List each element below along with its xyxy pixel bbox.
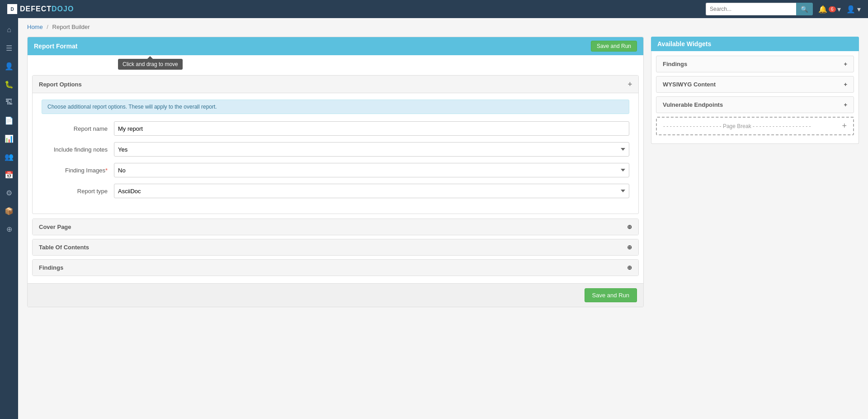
breadcrumb-current: Report Builder: [52, 24, 90, 30]
widget-page-break-add-icon[interactable]: +: [842, 121, 847, 131]
breadcrumb-home[interactable]: Home: [27, 24, 43, 30]
report-name-label: Report name: [42, 125, 114, 132]
sidebar-item-plus[interactable]: ⊕: [1, 221, 17, 237]
report-options-body: Choose additional report options. These …: [33, 93, 638, 214]
brand: D DEFECTDOJO: [7, 4, 74, 14]
finding-images-req: *: [105, 167, 108, 174]
widget-wysiwyg-label: WYSIWYG Content: [663, 81, 716, 88]
navbar: D DEFECTDOJO 🔍 🔔 6 ▾ 👤 ▾: [0, 0, 868, 18]
sidebar: ⌂ ☰ 👤 🐛 🏗 📄 📊 👥 📅 ⚙ 📦 ⊕: [0, 18, 18, 419]
breadcrumb-separator: /: [47, 24, 48, 30]
report-options-section: Report Options + Choose additional repor…: [32, 75, 639, 214]
sidebar-item-settings[interactable]: ⚙: [1, 185, 17, 201]
sidebar-item-list[interactable]: ☰: [1, 40, 17, 56]
widget-endpoints-label: Vulnerable Endpoints: [663, 101, 723, 108]
cover-page-header[interactable]: Cover Page ⊕: [33, 219, 638, 235]
tooltip-drag: Click and drag to move: [118, 59, 183, 70]
notification-badge: 6: [829, 6, 836, 12]
widget-findings-label: Findings: [663, 61, 687, 67]
content-row: Report Format Save and Run Click and dra…: [27, 37, 859, 307]
finding-notes-group: Include finding notes Yes No: [42, 142, 629, 157]
sidebar-item-package[interactable]: 📦: [1, 203, 17, 219]
report-panel-title: Report Format: [34, 43, 77, 50]
save-run-bottom-button[interactable]: Save and Run: [585, 288, 637, 302]
main-content: Home / Report Builder Report Format Save…: [18, 18, 868, 419]
brand-text: DEFECTDOJO: [20, 5, 74, 13]
finding-images-group: Finding Images* No Yes: [42, 163, 629, 177]
report-options-header[interactable]: Report Options +: [33, 76, 638, 93]
sidebar-item-document[interactable]: 📄: [1, 112, 17, 129]
sidebar-item-chart[interactable]: 📊: [1, 130, 17, 147]
sidebar-item-user[interactable]: 👤: [1, 58, 17, 74]
report-type-select[interactable]: AsciiDoc PDF HTML: [114, 184, 629, 198]
notification-button[interactable]: 🔔 6 ▾: [818, 5, 841, 14]
widgets-panel-header: Available Widgets: [651, 37, 859, 51]
widget-page-break-label: - - - - - - - - - - - - - - - - - - Page…: [663, 123, 811, 129]
bottom-bar: Save and Run: [28, 283, 643, 307]
finding-images-label: Finding Images*: [42, 167, 114, 174]
sidebar-item-home[interactable]: ⌂: [1, 22, 17, 38]
report-panel-header: Report Format Save and Run: [28, 37, 643, 55]
search-box: 🔍: [706, 3, 813, 15]
brand-dojo: DOJO: [52, 5, 74, 13]
search-button[interactable]: 🔍: [796, 3, 813, 15]
logo-icon: D: [7, 4, 17, 14]
toc-header[interactable]: Table Of Contents ⊕: [33, 239, 638, 255]
toc-drag-icon[interactable]: ⊕: [627, 244, 632, 251]
finding-notes-select[interactable]: Yes No: [114, 142, 629, 157]
widgets-panel-body: Findings + WYSIWYG Content + Vulnerable …: [651, 51, 859, 144]
widget-endpoints-add-icon[interactable]: +: [844, 101, 847, 108]
widget-findings-add-icon[interactable]: +: [844, 61, 847, 67]
sidebar-item-users[interactable]: 👥: [1, 148, 17, 165]
user-menu-button[interactable]: 👤 ▾: [846, 5, 861, 14]
cover-page-section: Cover Page ⊕: [32, 219, 639, 235]
findings-title: Findings: [39, 264, 63, 271]
findings-header[interactable]: Findings ⊕: [33, 260, 638, 276]
widget-findings[interactable]: Findings +: [656, 56, 854, 72]
breadcrumb: Home / Report Builder: [27, 24, 859, 30]
cover-page-drag-icon[interactable]: ⊕: [627, 224, 632, 230]
report-name-group: Report name: [42, 121, 629, 136]
cover-page-title: Cover Page: [39, 224, 71, 230]
report-type-label: Report type: [42, 188, 114, 195]
widget-endpoints[interactable]: Vulnerable Endpoints +: [656, 96, 854, 113]
report-name-input[interactable]: [114, 121, 629, 136]
sidebar-item-build[interactable]: 🏗: [1, 94, 17, 110]
draggable-sections-container: Cover Page ⊕ Table Of Contents ⊕ Finding…: [32, 219, 639, 276]
toc-title: Table Of Contents: [39, 244, 89, 251]
sidebar-item-bug[interactable]: 🐛: [1, 76, 17, 92]
widget-wysiwyg-add-icon[interactable]: +: [844, 81, 847, 88]
info-banner: Choose additional report options. These …: [42, 100, 629, 114]
finding-images-select[interactable]: No Yes: [114, 163, 629, 177]
search-input[interactable]: [706, 3, 796, 15]
widget-wysiwyg[interactable]: WYSIWYG Content +: [656, 76, 854, 93]
report-options-toggle[interactable]: +: [628, 80, 632, 88]
widget-page-break[interactable]: - - - - - - - - - - - - - - - - - - Page…: [656, 117, 854, 135]
findings-section: Findings ⊕: [32, 259, 639, 276]
navbar-right: 🔍 🔔 6 ▾ 👤 ▾: [706, 3, 861, 15]
widgets-panel: Available Widgets Findings + WYSIWYG Con…: [651, 37, 859, 144]
sidebar-item-calendar[interactable]: 📅: [1, 167, 17, 183]
report-type-group: Report type AsciiDoc PDF HTML: [42, 184, 629, 198]
save-run-top-button[interactable]: Save and Run: [591, 41, 637, 52]
findings-drag-icon[interactable]: ⊕: [627, 264, 632, 271]
finding-notes-label: Include finding notes: [42, 146, 114, 153]
report-options-title: Report Options: [39, 81, 82, 88]
report-panel: Report Format Save and Run Click and dra…: [27, 37, 644, 307]
toc-section: Table Of Contents ⊕: [32, 239, 639, 256]
brand-defect: DEFECT: [20, 5, 52, 13]
